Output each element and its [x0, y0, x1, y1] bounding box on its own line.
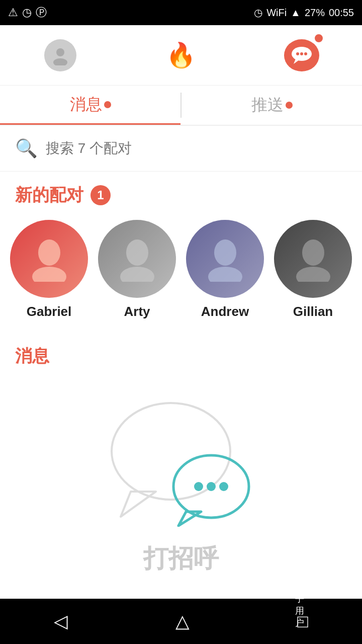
push-dot — [286, 102, 293, 109]
gillian-avatar — [274, 220, 352, 298]
top-nav: 🔥 — [0, 25, 362, 86]
tab-messages-label: 消息 — [70, 94, 102, 116]
messages-dot — [104, 101, 111, 108]
status-right-icons: ◷ WiFi ▲ 27% 00:55 — [254, 7, 354, 19]
search-icon: 🔍 — [15, 138, 38, 159]
search-inner: 🔍 — [15, 138, 347, 159]
svg-point-12 — [208, 267, 242, 282]
svg-point-20 — [207, 482, 216, 491]
flame-icon: 🔥 — [166, 41, 196, 69]
svg-point-14 — [296, 267, 330, 282]
svg-point-5 — [300, 52, 303, 55]
flame-nav-button[interactable]: 🔥 — [161, 35, 201, 75]
match-gabriel[interactable]: Gabriel — [10, 220, 88, 319]
time-display: 00:55 — [329, 7, 354, 19]
wifi-icon: WiFi — [266, 7, 287, 19]
chat-nav-button[interactable] — [282, 35, 322, 75]
svg-point-0 — [56, 48, 64, 56]
svg-point-19 — [194, 482, 203, 491]
svg-point-4 — [296, 52, 299, 55]
zhihu-label: 知乎用户 — [295, 581, 304, 629]
tab-push[interactable]: 推送 — [182, 86, 362, 125]
svg-point-6 — [304, 52, 307, 55]
matches-row: Gabriel Arty — [0, 215, 362, 335]
speech-bubbles-illustration — [106, 396, 256, 527]
chat-notification-badge — [314, 33, 324, 43]
svg-point-13 — [302, 239, 324, 266]
tab-bar: 消息 推送 — [0, 86, 362, 126]
home-button[interactable]: △ — [175, 611, 190, 632]
tab-push-label: 推送 — [251, 94, 284, 116]
empty-messages-title: 打招呼 — [143, 542, 219, 576]
clock-icon: ◷ — [254, 7, 262, 19]
signal-icon: ▲ — [291, 7, 301, 19]
chat-icon — [284, 39, 319, 71]
gillian-name: Gillian — [293, 304, 333, 319]
svg-point-21 — [219, 482, 228, 491]
search-input[interactable] — [46, 140, 347, 156]
svg-point-10 — [120, 267, 154, 282]
bottom-nav: ◁ △ □ 知乎用户 — [0, 599, 362, 644]
tab-messages[interactable]: 消息 — [0, 86, 180, 125]
messages-section-title: 消息 — [0, 335, 362, 376]
arty-avatar — [98, 220, 176, 298]
svg-marker-16 — [121, 492, 156, 517]
svg-point-9 — [126, 239, 148, 266]
new-matches-title: 新的配对 — [15, 184, 83, 207]
main-content: 🔍 新的配对 1 Gabriel — [0, 126, 362, 636]
back-button[interactable]: ◁ — [54, 611, 68, 632]
status-left-icons: ⚠ ◷ Ⓟ — [8, 5, 47, 20]
new-matches-badge: 1 — [90, 185, 111, 205]
warning-icon: ⚠ — [8, 6, 18, 19]
alarm-icon: ◷ — [22, 6, 32, 19]
match-gillian[interactable]: Gillian — [274, 220, 352, 319]
empty-messages-state: 打招呼 — [0, 376, 362, 591]
arty-name: Arty — [124, 304, 150, 319]
profile-icon — [44, 39, 76, 71]
andrew-avatar — [186, 220, 264, 298]
battery-text: 27% — [305, 7, 325, 19]
svg-marker-18 — [178, 512, 201, 526]
andrew-name: Andrew — [201, 304, 249, 319]
parking-icon: Ⓟ — [36, 5, 47, 20]
match-andrew[interactable]: Andrew — [186, 220, 264, 319]
svg-point-11 — [214, 239, 236, 266]
gabriel-name: Gabriel — [27, 304, 72, 319]
new-matches-header: 新的配对 1 — [0, 172, 362, 215]
svg-point-8 — [32, 267, 66, 282]
status-bar: ⚠ ◷ Ⓟ ◷ WiFi ▲ 27% 00:55 — [0, 0, 362, 25]
gabriel-avatar — [10, 220, 88, 298]
svg-point-7 — [38, 239, 60, 266]
recent-button-wrap[interactable]: □ 知乎用户 — [297, 611, 308, 632]
search-section: 🔍 — [0, 126, 362, 172]
svg-point-1 — [53, 58, 67, 65]
profile-nav-button[interactable] — [40, 35, 80, 75]
match-arty[interactable]: Arty — [98, 220, 176, 319]
